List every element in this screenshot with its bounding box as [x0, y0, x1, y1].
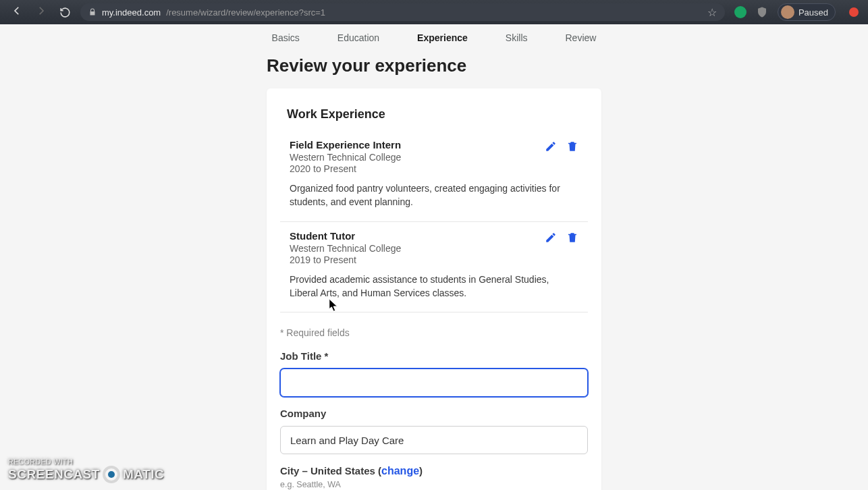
extension-icon[interactable] [734, 6, 747, 18]
page-body: Basics Education Experience Skills Revie… [0, 24, 868, 490]
recording-indicator-icon[interactable] [849, 7, 859, 17]
bookmark-star-icon[interactable]: ☆ [707, 6, 717, 19]
watermark-top: RECORDED WITH [8, 458, 164, 466]
screencast-watermark: RECORDED WITH SCREENCAST MATIC [8, 458, 164, 483]
experience-dates: 2020 to Present [290, 163, 545, 174]
tab-basics[interactable]: Basics [272, 32, 300, 43]
edit-icon[interactable] [545, 140, 557, 153]
tab-education[interactable]: Education [337, 32, 379, 43]
experience-description: Organized food pantry volunteers, create… [290, 182, 578, 209]
experience-description: Provided academic assistance to students… [290, 273, 578, 300]
back-button[interactable] [11, 5, 23, 20]
avatar [781, 5, 794, 19]
experience-company: Western Technical College [290, 152, 545, 163]
shield-icon[interactable] [756, 6, 768, 18]
reload-button[interactable] [59, 7, 71, 18]
experience-dates: 2019 to Present [290, 254, 545, 265]
company-label: Company [280, 408, 588, 419]
tab-experience[interactable]: Experience [417, 32, 468, 43]
company-input[interactable] [280, 426, 588, 454]
city-hint: e.g. Seattle, WA [280, 480, 588, 489]
address-bar[interactable]: my.indeed.com/resume/wizard/review/exper… [80, 3, 725, 21]
profile-paused-chip[interactable]: Paused [778, 3, 836, 21]
city-label-prefix: City – United States ( [280, 465, 381, 477]
paused-label: Paused [798, 7, 828, 18]
nav-buttons [11, 5, 71, 20]
city-change-link[interactable]: change [381, 465, 419, 477]
browser-toolbar: my.indeed.com/resume/wizard/review/exper… [0, 0, 868, 24]
chrome-right-icons: Paused [734, 3, 861, 21]
url-host: my.indeed.com [102, 7, 161, 18]
watermark-left: SCREENCAST [8, 467, 100, 482]
lock-icon [88, 8, 97, 16]
wizard-tabs: Basics Education Experience Skills Revie… [0, 24, 868, 49]
experience-card: Work Experience Field Experience Intern … [267, 88, 601, 490]
watermark-right: MATIC [123, 467, 164, 482]
page-title: Review your experience [267, 55, 601, 76]
experience-title: Student Tutor [290, 230, 545, 242]
edit-icon[interactable] [545, 232, 557, 244]
job-title-input[interactable] [280, 369, 588, 397]
experience-item: Student Tutor Western Technical College … [280, 222, 588, 313]
experience-title: Field Experience Intern [290, 139, 545, 151]
add-experience-form: * Required fields Job Title * Company Ci… [280, 312, 588, 490]
experience-item: Field Experience Intern Western Technica… [280, 131, 588, 222]
section-title: Work Experience [280, 107, 588, 131]
delete-icon[interactable] [566, 140, 578, 153]
url-path: /resume/wizard/review/experience?src=1 [166, 7, 325, 18]
tab-skills[interactable]: Skills [506, 32, 528, 43]
tab-review[interactable]: Review [566, 32, 597, 43]
required-fields-note: * Required fields [280, 327, 588, 338]
experience-company: Western Technical College [290, 243, 545, 254]
watermark-ring-icon [103, 466, 120, 483]
job-title-label: Job Title * [280, 350, 588, 362]
forward-button[interactable] [35, 5, 47, 20]
delete-icon[interactable] [566, 232, 578, 244]
city-label-suffix: ) [419, 465, 423, 477]
